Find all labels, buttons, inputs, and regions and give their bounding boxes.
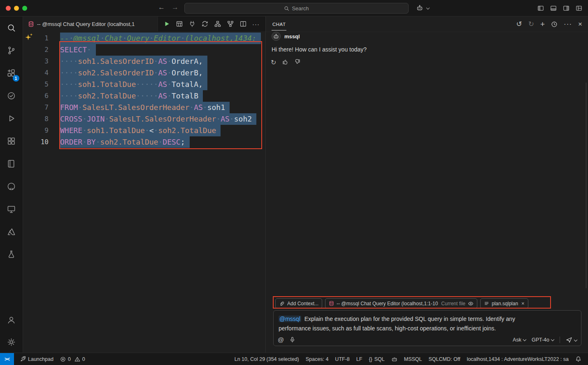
minimize-window-button[interactable] [14,6,19,11]
cursor-position-item[interactable]: Ln 10, Col 29 (354 selected) [231,353,302,365]
code-line[interactable]: 7FROM·SalesLT.SalesOrderHeader·AS·soh1 [23,102,265,113]
line-number[interactable]: 4 [23,67,49,79]
code-text[interactable]: SELECT· [60,44,96,56]
thumbs-down-icon[interactable] [294,58,301,66]
mention-button[interactable]: @ [278,336,284,343]
code-text[interactable]: ····soh1.SalesOrderID·AS·OrderA, [60,56,207,67]
chat-scrollbar[interactable] [586,82,587,288]
search-input[interactable]: Search [184,3,409,14]
change-connection-icon[interactable] [201,20,209,28]
line-number[interactable]: 7 [23,102,49,113]
remote-indicator[interactable]: >< [0,353,14,365]
mic-icon[interactable] [289,337,295,343]
copilot-status-item[interactable] [388,353,401,365]
code-text[interactable]: --·@mssql·Chat·Query·Editor·(localhost,1… [60,33,261,44]
model-dropdown[interactable]: GPT-4o [532,337,554,343]
query-plan-icon[interactable] [227,20,234,28]
zoom-window-button[interactable] [22,6,27,11]
undo-icon[interactable]: ↺ [516,20,522,28]
line-number[interactable]: 8 [23,113,49,125]
mention-chip[interactable]: @mssql [279,316,301,322]
line-number[interactable]: 9 [23,125,49,136]
activity-remote-explorer[interactable] [0,198,23,220]
indentation-item[interactable]: Spaces: 4 [302,353,332,365]
results-grid-icon[interactable] [176,20,183,28]
redo-icon[interactable]: ↻ [528,20,534,28]
toggle-panel-icon[interactable] [550,5,557,12]
code-line[interactable]: 9WHERE·soh1.TotalDue·<·soh2.TotalDue [23,125,265,136]
problems-item[interactable]: 0 0 [57,353,88,365]
more-actions-icon[interactable]: ··· [252,21,260,28]
copilot-sparkle-icon[interactable] [25,34,32,41]
notifications-item[interactable] [572,353,585,365]
estimated-plan-icon[interactable] [214,20,221,28]
code-line[interactable]: 2SELECT· [23,44,265,56]
code-line[interactable]: 3····soh1.SalesOrderID·AS·OrderA, [23,56,265,67]
remove-context-icon[interactable]: × [521,300,525,307]
language-item[interactable]: {} SQL [365,353,388,365]
line-number[interactable]: 5 [23,79,49,90]
eol-item[interactable]: LF [353,353,366,365]
chat-input-text[interactable]: @mssql Explain the execution plan for th… [274,311,553,333]
eye-icon[interactable] [468,301,474,307]
code-text[interactable]: ····soh2.TotalDue·····AS·TotalB [60,90,203,102]
context-file-chip[interactable]: -- @mssql Chat Query Editor (localhost,1… [325,298,477,309]
history-icon[interactable] [551,21,558,28]
code-text[interactable]: FROM·SalesLT.SalesOrderHeader·AS·soh1 [60,102,230,113]
activity-account[interactable] [0,309,23,331]
code-text[interactable]: CROSS·JOIN·SalesLT.SalesOrderHeader·AS·s… [60,113,256,125]
code-text[interactable]: ORDER·BY·soh2.TotalDue·DESC; [60,136,190,148]
mode-dropdown[interactable]: Ask [513,337,526,343]
connection-item[interactable]: localhost,1434 : AdventureWorksLT2022 : … [463,353,572,365]
code-line[interactable]: 4····soh2.SalesOrderID·AS·OrderB, [23,67,265,79]
back-icon[interactable]: ← [158,3,165,12]
close-chat-icon[interactable]: × [578,20,582,28]
activity-github[interactable] [0,175,23,198]
toggle-sidebar-left-icon[interactable] [537,5,544,12]
code-text[interactable]: ····soh2.SalesOrderID·AS·OrderB, [60,67,207,79]
activity-source-control[interactable] [0,39,23,62]
forward-icon[interactable]: → [172,3,179,12]
code-text[interactable]: ····soh1.TotalDue·····AS·TotalA, [60,79,207,90]
encoding-item[interactable]: UTF-8 [332,353,353,365]
activity-settings[interactable] [0,331,23,353]
regenerate-icon[interactable]: ↻ [271,58,276,66]
sqlcmd-item[interactable]: SQLCMD: Off [425,353,464,365]
code-line[interactable]: 1--·@mssql·Chat·Query·Editor·(localhost,… [23,33,265,44]
close-window-button[interactable] [6,6,11,11]
line-number[interactable]: 10 [23,136,49,148]
code-text[interactable]: WHERE·soh1.TotalDue·<·soh2.TotalDue [60,125,221,136]
mssql-item[interactable]: MSSQL [401,353,425,365]
activity-run-debug[interactable] [0,107,23,130]
code-line[interactable]: 6····soh2.TotalDue·····AS·TotalB [23,90,265,102]
code-line[interactable]: 10ORDER·BY·soh2.TotalDue·DESC; [23,136,265,148]
activity-grid[interactable] [0,130,23,152]
activity-azure[interactable] [0,220,23,243]
code-line[interactable]: 8CROSS·JOIN·SalesLT.SalesOrderHeader·AS·… [23,113,265,125]
launchpad-item[interactable]: Launchpad [16,353,57,365]
line-number[interactable]: 3 [23,56,49,67]
chat-tab[interactable]: CHAT [272,18,286,30]
copilot-menu[interactable] [416,5,429,11]
line-number[interactable]: 6 [23,90,49,102]
chat-more-icon[interactable]: ··· [564,20,572,28]
chat-input[interactable]: @mssql Explain the execution plan for th… [273,310,581,346]
toggle-sidebar-right-icon[interactable] [563,5,569,12]
activity-search[interactable] [0,16,23,39]
activity-mssql[interactable] [0,243,23,266]
context-plan-chip[interactable]: plan.sqlplan × [480,298,528,309]
add-context-button[interactable]: Add Context... [275,298,322,309]
split-editor-icon[interactable] [239,20,247,28]
activity-testing[interactable] [0,84,23,107]
thumbs-up-icon[interactable] [282,58,288,66]
run-query-button[interactable] [163,20,170,28]
disconnect-icon[interactable] [188,20,196,28]
code-line[interactable]: 5····soh1.TotalDue·····AS·TotalA, [23,79,265,90]
activity-book[interactable] [0,152,23,175]
line-number[interactable]: 2 [23,44,49,56]
editor-tab[interactable]: -- @mssql Chat Query Editor (localhost,1 [23,16,158,31]
activity-extensions[interactable]: 1 [0,62,23,84]
send-button[interactable] [566,337,577,343]
customize-layout-icon[interactable] [576,5,582,12]
new-chat-icon[interactable]: + [540,20,545,29]
